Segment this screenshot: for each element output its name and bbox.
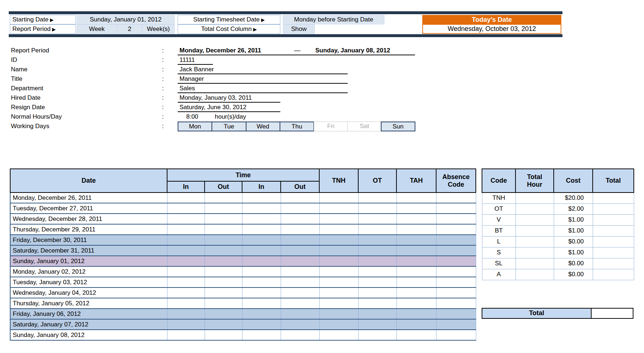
- title-field[interactable]: Manager: [178, 74, 348, 84]
- time-in1-cell[interactable]: [167, 235, 205, 245]
- time-in1-cell[interactable]: [167, 224, 205, 235]
- time-in2-cell[interactable]: [242, 256, 281, 266]
- report-period-dash: —: [294, 46, 300, 55]
- time-out2-cell[interactable]: [281, 256, 319, 266]
- time-in2-cell[interactable]: [242, 245, 281, 256]
- cost-cell[interactable]: $0.00: [554, 269, 593, 280]
- time-out1-cell[interactable]: [205, 319, 242, 330]
- absence-code-cell[interactable]: [436, 277, 476, 287]
- time-out2-cell[interactable]: [281, 330, 319, 340]
- absence-code-cell[interactable]: [436, 309, 476, 319]
- starting-date-value-cell[interactable]: Sunday, January 01, 2012: [76, 15, 175, 24]
- cost-cell[interactable]: $20.00: [554, 193, 593, 203]
- hired-date-field[interactable]: Monday, January 03, 2011: [178, 93, 280, 103]
- time-out1-cell[interactable]: [205, 266, 242, 277]
- time-out1-cell[interactable]: [205, 277, 242, 287]
- time-in2-cell[interactable]: [242, 287, 281, 298]
- total-cost-column-value-cell[interactable]: Show: [283, 24, 315, 34]
- cost-cell[interactable]: $1.00: [554, 225, 593, 236]
- absence-code-cell[interactable]: [436, 224, 476, 235]
- time-in2-cell[interactable]: [242, 277, 281, 287]
- working-day-sat[interactable]: Sat: [347, 122, 381, 131]
- code-cell: OT: [482, 203, 515, 214]
- time-out2-cell[interactable]: [281, 287, 319, 298]
- time-out2-cell[interactable]: [281, 245, 319, 256]
- time-in1-cell[interactable]: [167, 203, 205, 214]
- absence-code-cell[interactable]: [436, 235, 476, 245]
- time-out2-cell[interactable]: [281, 309, 319, 319]
- time-out2-cell[interactable]: [281, 224, 319, 235]
- time-out2-cell[interactable]: [281, 266, 319, 277]
- absence-code-cell[interactable]: [436, 298, 476, 309]
- cost-cell[interactable]: $1.00: [554, 214, 593, 225]
- time-out1-cell[interactable]: [205, 214, 242, 224]
- working-day-thu[interactable]: Thu: [280, 122, 314, 131]
- time-out1-cell[interactable]: [205, 256, 242, 266]
- working-day-mon[interactable]: Mon: [178, 122, 212, 131]
- time-in1-cell[interactable]: [167, 245, 205, 256]
- time-in1-cell[interactable]: [167, 256, 205, 266]
- time-in1-cell[interactable]: [167, 319, 205, 330]
- absence-code-cell[interactable]: [436, 266, 476, 277]
- tnh-cell: [319, 193, 358, 203]
- time-in2-cell[interactable]: [242, 214, 281, 224]
- time-in2-cell[interactable]: [242, 319, 281, 330]
- time-in2-cell[interactable]: [242, 298, 281, 309]
- absence-code-cell[interactable]: [436, 245, 476, 256]
- normal-hours-field[interactable]: 8:00: [178, 112, 207, 122]
- cost-cell[interactable]: $0.00: [554, 236, 593, 247]
- time-out1-cell[interactable]: [205, 235, 242, 245]
- time-in2-cell[interactable]: [242, 266, 281, 277]
- id-field[interactable]: 11111: [178, 55, 213, 65]
- time-out2-cell[interactable]: [281, 298, 319, 309]
- time-in2-cell[interactable]: [242, 193, 281, 203]
- time-in2-cell[interactable]: [242, 203, 281, 214]
- resign-date-field[interactable]: Saturday, June 30, 2012: [178, 103, 280, 112]
- absence-code-cell[interactable]: [436, 214, 476, 224]
- time-out1-cell[interactable]: [205, 203, 242, 214]
- absence-code-cell[interactable]: [436, 256, 476, 266]
- time-out2-cell[interactable]: [281, 203, 319, 214]
- time-in1-cell[interactable]: [167, 309, 205, 319]
- absence-code-cell[interactable]: [436, 330, 476, 340]
- time-in1-cell[interactable]: [167, 277, 205, 287]
- working-day-wed[interactable]: Wed: [246, 122, 280, 131]
- time-out1-cell[interactable]: [205, 193, 242, 203]
- working-day-tue[interactable]: Tue: [212, 122, 246, 131]
- time-out1-cell[interactable]: [205, 245, 242, 256]
- time-out1-cell[interactable]: [205, 330, 242, 340]
- time-in1-cell[interactable]: [167, 330, 205, 340]
- absence-code-cell[interactable]: [436, 287, 476, 298]
- absence-code-cell[interactable]: [436, 203, 476, 214]
- time-in1-cell[interactable]: [167, 298, 205, 309]
- report-period-unit-cell[interactable]: Week: [76, 24, 117, 34]
- time-out2-cell[interactable]: [281, 193, 319, 203]
- time-in2-cell[interactable]: [242, 235, 281, 245]
- time-out1-cell[interactable]: [205, 309, 242, 319]
- time-out2-cell[interactable]: [281, 235, 319, 245]
- time-in1-cell[interactable]: [167, 214, 205, 224]
- cost-cell[interactable]: $1.00: [554, 247, 593, 258]
- time-out2-cell[interactable]: [281, 277, 319, 287]
- report-period-count-cell[interactable]: 2: [117, 24, 142, 34]
- working-day-fri[interactable]: Fri: [314, 122, 348, 131]
- time-out1-cell[interactable]: [205, 224, 242, 235]
- absence-code-cell[interactable]: [436, 319, 476, 330]
- working-day-sun[interactable]: Sun: [381, 122, 415, 131]
- time-out2-cell[interactable]: [281, 214, 319, 224]
- cost-cell[interactable]: $0.00: [554, 258, 593, 269]
- name-field[interactable]: Jack Banner: [178, 65, 348, 74]
- time-in2-cell[interactable]: [242, 309, 281, 319]
- time-in1-cell[interactable]: [167, 193, 205, 203]
- time-out1-cell[interactable]: [205, 287, 242, 298]
- time-out2-cell[interactable]: [281, 319, 319, 330]
- cost-cell[interactable]: $2.00: [554, 203, 593, 214]
- department-field[interactable]: Sales: [178, 84, 348, 93]
- starting-timesheet-date-value-cell[interactable]: Monday before Starting Date: [283, 15, 384, 24]
- absence-code-cell[interactable]: [436, 193, 476, 203]
- time-in2-cell[interactable]: [242, 330, 281, 340]
- time-in2-cell[interactable]: [242, 224, 281, 235]
- time-out1-cell[interactable]: [205, 298, 242, 309]
- time-in1-cell[interactable]: [167, 266, 205, 277]
- time-in1-cell[interactable]: [167, 287, 205, 298]
